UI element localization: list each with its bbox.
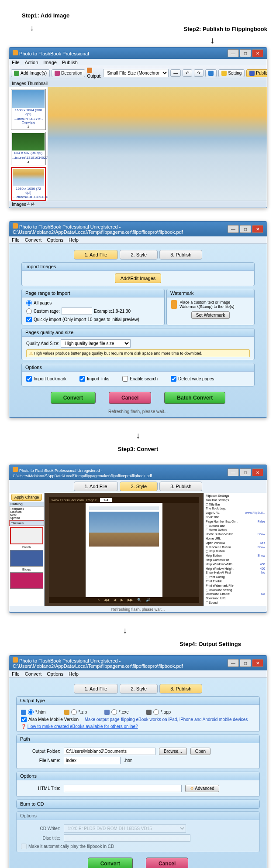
- player-back[interactable]: ◀: [114, 598, 116, 602]
- add-edit-images-button[interactable]: Add\Edit Images: [115, 273, 162, 283]
- maximize-button[interactable]: □: [240, 49, 251, 57]
- menu-convert[interactable]: Convert: [25, 237, 42, 243]
- tab-publish[interactable]: 3. Publish: [159, 250, 202, 260]
- property-row[interactable]: Download EnableNo: [205, 592, 266, 596]
- browse-button[interactable]: Browse...: [159, 748, 187, 755]
- set-watermark-button[interactable]: Set Watermark: [191, 311, 230, 319]
- player-prev[interactable]: ◀◀: [104, 598, 109, 602]
- property-row[interactable]: The Book Logo: [205, 506, 266, 511]
- quick-import-check[interactable]: [26, 317, 32, 322]
- advanced-button[interactable]: ⚙ Advanced: [185, 785, 219, 792]
- property-row[interactable]: Open WindowSelf: [205, 541, 266, 545]
- convert-button[interactable]: Convert: [88, 858, 133, 868]
- quality-select[interactable]: High quality large file size: [61, 339, 131, 348]
- menu-convert[interactable]: Convert: [25, 671, 42, 677]
- tab-publish[interactable]: 3. Publish: [159, 482, 202, 491]
- links-check[interactable]: [79, 376, 85, 382]
- property-row[interactable]: ▢Buttons Bar: [205, 524, 266, 528]
- help-link[interactable]: How to make created eBooks available for…: [28, 724, 138, 729]
- html-title-input[interactable]: [64, 785, 182, 792]
- filename-input[interactable]: [64, 757, 121, 764]
- property-row[interactable]: Home URL: [205, 537, 266, 541]
- player-next[interactable]: ▶▶: [128, 598, 133, 602]
- html-radio[interactable]: [28, 709, 34, 715]
- cat-spread[interactable]: Spread: [10, 516, 43, 519]
- cancel-button[interactable]: Cancel: [109, 392, 151, 404]
- property-row[interactable]: Flipbook Settings: [205, 494, 266, 498]
- tab-publish[interactable]: 3. Publish: [159, 684, 202, 694]
- search-check[interactable]: [122, 376, 128, 382]
- close-button[interactable]: ✕: [252, 49, 263, 57]
- minimize-button[interactable]: —: [228, 225, 239, 233]
- property-row[interactable]: ▢Download setting: [205, 588, 266, 592]
- nav-prev[interactable]: —: [170, 69, 181, 77]
- menu-image[interactable]: Image: [43, 60, 57, 65]
- rotate-right[interactable]: ↷: [194, 69, 204, 77]
- player-home[interactable]: ⌂: [98, 598, 100, 602]
- wide-check[interactable]: [171, 376, 176, 382]
- tab-style[interactable]: 2. Style: [120, 250, 158, 260]
- property-row[interactable]: Help ButtonShow: [205, 554, 266, 558]
- property-row[interactable]: ▢Print Config: [205, 575, 266, 579]
- maximize-button[interactable]: □: [240, 468, 251, 476]
- close-button[interactable]: ✕: [252, 225, 263, 233]
- property-row[interactable]: Help Window Height450: [205, 567, 266, 571]
- property-row[interactable]: ▢Home Button: [205, 528, 266, 532]
- cat-templates[interactable]: Templates: [10, 507, 43, 510]
- tab-add-file[interactable]: 1. Add Flie: [74, 482, 118, 491]
- close-button[interactable]: ✕: [252, 468, 263, 476]
- setting-button[interactable]: Setting: [218, 69, 245, 77]
- theme-blues[interactable]: [10, 550, 43, 567]
- custom-range-input[interactable]: [62, 308, 92, 315]
- menu-file[interactable]: File: [12, 671, 20, 677]
- batch-convert-button[interactable]: Batch Convert: [164, 392, 225, 404]
- player-fwd[interactable]: ▶: [121, 598, 123, 602]
- output-select[interactable]: Small File Size (Monochrome): [103, 69, 169, 77]
- app-radio[interactable]: [153, 709, 159, 715]
- tab-add-file[interactable]: 1. Add Flie: [74, 684, 118, 694]
- theme-3[interactable]: [10, 572, 43, 589]
- custom-range-radio[interactable]: [26, 308, 32, 314]
- all-pages-radio[interactable]: [26, 300, 32, 306]
- property-row[interactable]: Logo URLwww.FlipBuil...: [205, 511, 266, 515]
- property-row[interactable]: ▢Sound: [205, 601, 266, 605]
- exe-radio[interactable]: [111, 709, 117, 715]
- cat-neat[interactable]: Neat: [10, 513, 43, 516]
- minimize-button[interactable]: —: [228, 49, 239, 57]
- mobile-check[interactable]: [21, 717, 27, 722]
- property-row[interactable]: Book Title: [205, 515, 266, 519]
- convert-button[interactable]: Convert: [51, 392, 96, 404]
- rotate-left[interactable]: ↶: [183, 69, 192, 77]
- menu-help[interactable]: Help: [69, 671, 79, 677]
- tab-add-file[interactable]: 1. Add Flie: [74, 250, 118, 260]
- property-row[interactable]: Help Window Width400: [205, 562, 266, 567]
- menu-options[interactable]: Options: [47, 671, 63, 677]
- cat-classical[interactable]: Classical: [10, 510, 43, 513]
- menu-file[interactable]: File: [12, 237, 20, 243]
- menu-file[interactable]: File: [12, 60, 20, 65]
- property-row[interactable]: Tool Bar Settings: [205, 498, 266, 502]
- tab-style[interactable]: 2. Style: [120, 684, 158, 694]
- output-folder-input[interactable]: [64, 748, 155, 755]
- property-row[interactable]: ▢Help Button: [205, 549, 266, 554]
- player-zoom[interactable]: 🔍: [137, 598, 141, 602]
- cancel-button[interactable]: Cancel: [146, 858, 188, 868]
- player-sound[interactable]: 🔊: [146, 598, 150, 602]
- property-row[interactable]: Home Button VisibleShow: [205, 532, 266, 537]
- property-row[interactable]: Page Number Box On...False: [205, 519, 266, 524]
- menu-publish[interactable]: Publish: [62, 60, 78, 65]
- menu-action[interactable]: Action: [25, 60, 38, 65]
- menu-options[interactable]: Options: [47, 237, 63, 243]
- thumbnail-3-selected[interactable]: 1680 x 1050 (72 dpi)...ictures\131831608…: [11, 167, 46, 201]
- open-button[interactable]: Open: [190, 748, 210, 755]
- refresh-button[interactable]: [205, 69, 217, 77]
- property-row[interactable]: Download URL: [205, 596, 266, 601]
- decoration-button[interactable]: Decoration: [52, 69, 85, 77]
- property-row[interactable]: Enable SoundEnable: [205, 605, 266, 606]
- maximize-button[interactable]: □: [240, 225, 251, 233]
- thumbnail-1[interactable]: 1600 x 1064 (300 dpi)...ures\PH082Yte - …: [11, 89, 46, 130]
- maximize-button[interactable]: □: [240, 659, 251, 667]
- property-row[interactable]: Full Screen ButtonShow: [205, 545, 266, 550]
- thumbnail-2[interactable]: 884 x 587 (96 dpi)...ictures\13181634527…: [11, 132, 46, 165]
- apply-change-button[interactable]: Apply Change: [11, 494, 42, 501]
